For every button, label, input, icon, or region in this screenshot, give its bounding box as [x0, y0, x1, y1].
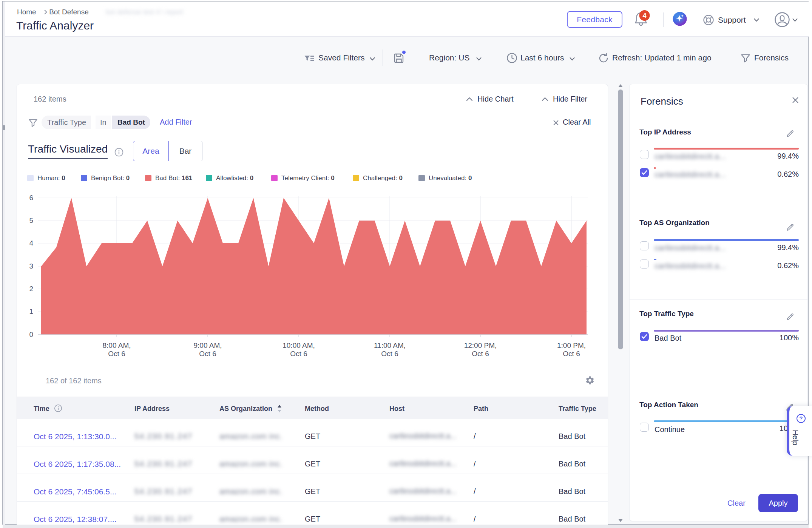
svg-text:4: 4 — [642, 12, 646, 20]
svg-text:?: ? — [800, 415, 803, 421]
